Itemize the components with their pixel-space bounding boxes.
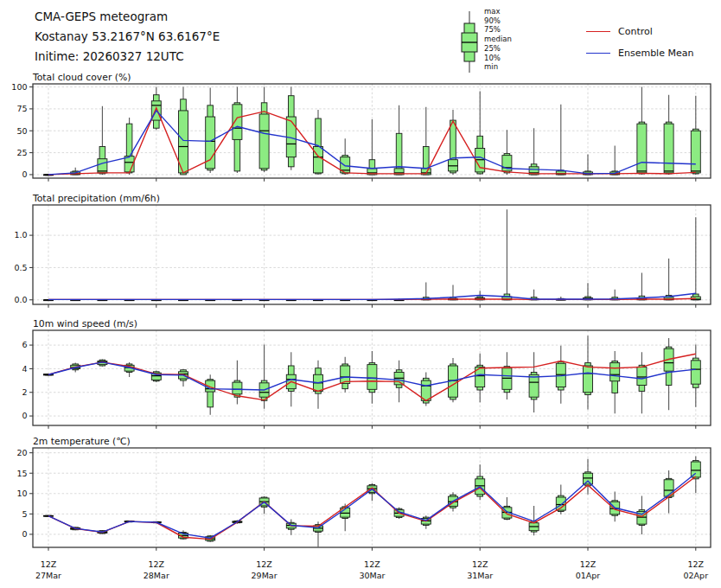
y-tick-label: 25 [16,148,27,157]
temp-panel: 051015202m temperature (℃) [16,436,711,551]
cloud-panel: 0255075100Total cloud cover (%) [11,72,711,182]
y-tick-label: 15 [16,469,27,478]
y-tick-label: 0 [22,411,27,420]
y-tick-label: 0 [22,169,27,179]
x-tick-date-label: 28Mar [144,571,169,580]
box-25-75 [610,363,620,381]
box-25-75 [691,361,700,384]
cloud-panel-title: Total cloud cover (%) [32,72,131,83]
x-tick-date-label: 30Mar [359,571,385,580]
y-tick-label: 4 [22,364,27,374]
y-tick-label: 0.5 [14,263,27,272]
x-tick-date-label: 31Mar [467,571,493,580]
y-tick-label: 10 [16,489,27,498]
box-25-75 [529,374,539,397]
box-25-75 [691,131,700,173]
box-25-75 [314,146,323,172]
box-25-75 [637,124,647,173]
box-25-75 [341,366,350,383]
x-tick-date-label: 02Apr [684,571,709,580]
box-25-75 [502,368,512,390]
y-tick-label: 100 [11,82,27,92]
y-tick-label: 0.0 [14,295,27,304]
x-tick-hour-label: 12Z [580,559,597,569]
y-axis: 0246 [22,340,33,420]
y-tick-label: 50 [16,126,27,136]
box-25-75 [233,382,242,394]
y-axis: 05101520 [16,448,33,539]
y-tick-label: 20 [16,448,27,457]
y-tick-label: 0 [22,529,27,539]
box-plots [44,87,701,176]
y-axis: 0.00.51.0 [14,230,33,304]
box-25-75 [691,462,700,477]
meteogram-page: CMA-GEPS meteogram Kostanay 53.2167°N 63… [0,0,721,588]
charts-canvas: 0255075100Total cloud cover (%)0.00.51.0… [0,0,721,588]
wind-panel-title: 10m wind speed (m/s) [33,318,137,329]
box-25-75 [584,473,593,484]
box-25-75 [584,366,593,393]
box-25-75 [367,365,377,390]
precip-panel: 0.00.51.0Total precipitation (mm/6h) [14,193,711,308]
x-tick-hour-label: 12Z [687,559,704,569]
temp-panel-title: 2m temperature (℃) [33,436,131,447]
x-tick-hour-label: 12Z [256,559,272,569]
box-25-75 [664,124,673,173]
box-25-75 [259,114,269,169]
y-tick-label: 6 [22,340,27,349]
y-axis: 0255075100 [11,82,33,179]
y-tick-label: 1.0 [14,230,27,240]
x-tick-hour-label: 12Z [41,559,57,569]
x-tick-date-label: 01Apr [576,571,601,580]
x-tick-date-label: 29Mar [252,571,278,580]
x-tick-hour-label: 12Z [472,559,488,569]
precip-panel-title: Total precipitation (mm/6h) [32,193,160,204]
x-tick-hour-label: 12Z [148,559,164,569]
box-25-75 [637,367,647,385]
grid [33,205,711,304]
y-tick-label: 2 [22,387,27,397]
x-axis-labels: 12Z27Mar12Z28Mar12Z29Mar12Z30Mar12Z31Mar… [35,559,708,580]
y-tick-label: 5 [22,509,27,519]
x-tick-hour-label: 12Z [364,559,380,569]
wind-panel: 024610m wind speed (m/s) [22,318,711,429]
x-tick-date-label: 27Mar [35,571,61,580]
y-tick-label: 75 [16,104,27,113]
